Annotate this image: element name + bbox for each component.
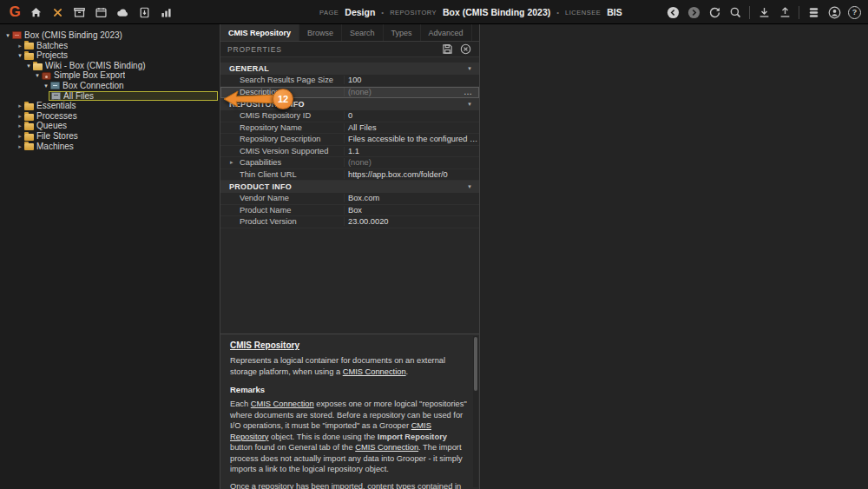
cmis-connection-link[interactable]: CMIS Connection [343, 367, 406, 376]
cmis-connection-link[interactable]: CMIS Connection [355, 443, 418, 452]
tree-item-box-connection[interactable]: ▾ Box Connection [0, 81, 220, 91]
upload-icon[interactable] [778, 5, 792, 19]
help-summary: Represents a logical container for docum… [230, 355, 467, 377]
expander-icon[interactable]: ▸ [230, 159, 233, 166]
tree-item-root[interactable]: ▾ Box (CMIS Binding 2023) [0, 30, 220, 41]
expander-icon[interactable]: ▸ [16, 131, 24, 142]
tree-item-file-stores[interactable]: ▸ File Stores [0, 131, 220, 142]
property-row-repository-name[interactable]: Repository Name All Files [220, 122, 479, 135]
property-value[interactable]: (none) [344, 88, 479, 96]
help-text: Each [230, 400, 251, 408]
tree-item-label: Processes [36, 111, 77, 122]
expander-icon[interactable]: ▾ [16, 50, 24, 61]
expander-icon[interactable]: ▾ [3, 30, 12, 41]
property-value: https://app.box.com/folder/0 [344, 170, 479, 179]
expander-icon[interactable]: ▸ [16, 121, 24, 131]
tree-item-label: File Stores [36, 131, 78, 142]
help-text-bold: Import Repository [378, 433, 447, 441]
property-row-capabilities[interactable]: ▸ Capabilities (none) [220, 157, 479, 169]
tree-item-processes[interactable]: ▸ Processes [0, 111, 220, 122]
home-icon[interactable] [29, 5, 43, 19]
calendar-icon[interactable] [94, 5, 108, 19]
folder-icon [24, 123, 34, 130]
tab-advanced[interactable]: Advanced [421, 24, 472, 41]
section-title: GENERAL [229, 64, 269, 73]
tree-item-machines[interactable]: ▸ Machines [0, 142, 220, 152]
licensee-value: BIS [607, 7, 622, 17]
help-panel: CMIS Repository Represents a logical con… [220, 334, 479, 489]
property-label: Repository Name [240, 123, 344, 132]
tree-item-wiki-box[interactable]: ▾ Wiki - Box (CMIS Binding) [0, 61, 220, 71]
tree-item-label: Box Connection [62, 81, 124, 91]
archive-box-icon[interactable] [72, 5, 86, 19]
expander-icon[interactable]: ▸ [16, 41, 24, 51]
stack-icon[interactable] [806, 5, 820, 19]
cmis-repository-icon [51, 92, 61, 100]
repository-selector[interactable]: Box (CMIS Binding 2023) [443, 7, 550, 17]
close-icon[interactable] [458, 43, 472, 56]
chevron-down-icon[interactable]: ▾ [468, 183, 471, 190]
property-row-vendor-name[interactable]: Vendor Name Box.com [220, 193, 479, 205]
help-text: Represents a logical container for docum… [230, 356, 445, 376]
expander-icon[interactable]: ▸ [16, 142, 24, 152]
expander-icon[interactable]: ▾ [33, 70, 42, 81]
clipboard-import-icon[interactable] [137, 5, 151, 19]
property-row-cmis-repository-id[interactable]: CMIS Repository ID 0 [220, 110, 479, 122]
property-row-cmis-version-supported[interactable]: CMIS Version Supported 1.1 [220, 146, 479, 158]
grooper-logo[interactable]: G [6, 3, 23, 22]
bar-chart-icon[interactable] [159, 5, 173, 19]
property-label: Search Results Page Size [240, 76, 344, 84]
page-label: PAGE [319, 9, 339, 17]
tree-item-essentials[interactable]: ▸ Essentials [0, 101, 220, 111]
tree-item-batches[interactable]: ▸ Batches [0, 41, 220, 51]
tree-item-queues[interactable]: ▸ Queues [0, 121, 220, 131]
property-row-search-results-page-size[interactable]: Search Results Page Size 100 [220, 75, 479, 87]
property-row-product-version[interactable]: Product Version 23.00.0020 [220, 216, 479, 228]
tab-browse[interactable]: Browse [299, 24, 342, 41]
search-icon[interactable] [728, 5, 742, 19]
property-row-product-name[interactable]: Product Name Box [220, 205, 479, 217]
tree-item-simple-box-export[interactable]: ▾ Simple Box Export [0, 70, 220, 81]
expander-icon[interactable]: ▸ [16, 101, 24, 111]
save-icon[interactable] [440, 43, 454, 56]
download-icon[interactable] [757, 5, 771, 19]
property-row-repository-description[interactable]: Repository Description Files accessible … [220, 134, 479, 146]
help-text: . [406, 367, 409, 376]
property-value[interactable]: 100 [344, 76, 479, 84]
refresh-icon[interactable] [707, 5, 721, 19]
back-icon[interactable] [666, 5, 680, 19]
tab-cmis-repository[interactable]: CMIS Repository [220, 24, 299, 41]
chevron-down-icon[interactable]: ▾ [468, 101, 471, 108]
tree-item-projects[interactable]: ▾ Projects [0, 50, 220, 61]
cloud-icon[interactable] [115, 5, 129, 19]
section-header-general[interactable]: GENERAL ▾ [220, 63, 479, 75]
property-row-description[interactable]: Description (none) … [220, 87, 479, 99]
user-icon[interactable] [827, 5, 841, 19]
scrollbar-thumb[interactable] [474, 337, 477, 391]
expander-icon[interactable]: ▸ [16, 111, 24, 122]
chevron-down-icon[interactable]: ▾ [468, 65, 471, 72]
property-value: Box.com [344, 194, 479, 202]
cmis-connection-link[interactable]: CMIS Connection [251, 400, 314, 408]
properties-panel: CMIS Repository Browse Search Types Adva… [220, 24, 480, 489]
property-label: Product Name [240, 206, 344, 215]
forward-icon[interactable] [687, 5, 700, 19]
property-grid: GENERAL ▾ Search Results Page Size 100 D… [220, 57, 479, 228]
tab-types[interactable]: Types [384, 24, 421, 41]
section-header-product-info[interactable]: PRODUCT INFO ▾ [220, 181, 479, 193]
property-row-thin-client-url[interactable]: Thin Client URL https://app.box.com/fold… [220, 169, 479, 182]
ellipsis-button[interactable]: … [464, 87, 472, 99]
property-value: 1.1 [344, 147, 479, 155]
property-label: Capabilities [240, 158, 344, 167]
section-header-repository-info[interactable]: REPOSITORY INFO ▾ [220, 98, 479, 110]
folder-icon [24, 134, 34, 141]
expander-icon[interactable]: ▾ [24, 61, 33, 71]
properties-title: PROPERTIES [227, 45, 282, 54]
tab-search[interactable]: Search [342, 24, 384, 41]
tools-icon[interactable] [50, 5, 64, 19]
expander-icon[interactable]: ▾ [42, 81, 50, 91]
page-selector[interactable]: Design [345, 7, 375, 17]
repository-root-icon [12, 31, 22, 39]
help-icon[interactable]: ? [848, 6, 861, 19]
tree-item-all-files[interactable]: All Files [0, 91, 220, 102]
